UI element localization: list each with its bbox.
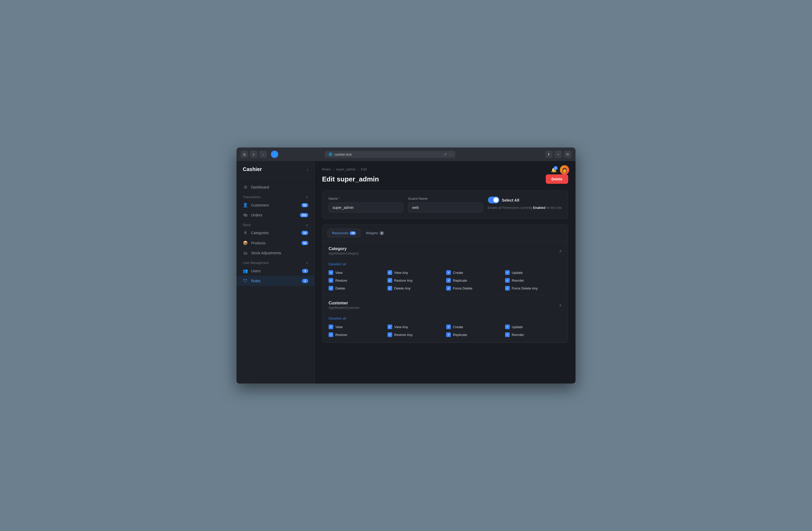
tab-widgets[interactable]: Widgets 2 (361, 229, 388, 237)
perm-checkbox-customer-reorder[interactable] (505, 332, 510, 337)
sidebar-item-users[interactable]: 👥 Users 3 (236, 266, 315, 276)
browser-dropdown-btn[interactable]: ∨ (250, 151, 257, 158)
perm-label-force-delete-any: Force Delete Any (512, 287, 538, 290)
perm-label-customer-reorder: Reorder (512, 333, 524, 337)
perm-label-customer-restore-any: Restore Any (394, 333, 413, 337)
widgets-tab-badge: 2 (379, 231, 384, 235)
perm-delete[interactable]: Delete (329, 286, 386, 291)
url-text: cashier.test (335, 152, 352, 156)
guard-input[interactable] (408, 202, 482, 212)
perm-customer-update[interactable]: Update (505, 324, 562, 329)
sidebar-item-products[interactable]: 📦 Products 50 (236, 238, 315, 248)
chevron-up-icon[interactable]: ∧ (306, 261, 308, 265)
perm-checkbox-reorder[interactable] (505, 278, 510, 283)
dashboard-icon: ⊙ (243, 185, 248, 190)
perm-customer-replicate[interactable]: Replicate (446, 332, 503, 337)
sidebar-item-roles[interactable]: 🛡 Roles 1 (236, 276, 315, 286)
chevron-up-icon[interactable]: ∧ (306, 223, 308, 227)
perm-checkbox-force-delete[interactable] (446, 286, 451, 291)
resource-header-customer[interactable]: Customer App\Models\Customer ∧ (322, 296, 568, 314)
nav-section-stock: Stock ∧ (236, 220, 315, 228)
name-input[interactable] (329, 202, 403, 212)
page-title: Edit super_admin (322, 175, 379, 183)
perm-customer-view-any[interactable]: View Any (388, 324, 444, 329)
perm-checkbox-view[interactable] (329, 270, 333, 275)
perm-checkbox-delete-any[interactable] (388, 286, 392, 291)
perm-reorder[interactable]: Reorder (505, 278, 562, 283)
resource-title-category: Category (329, 247, 359, 251)
categories-icon: # (243, 230, 248, 235)
guard-group: Guard Name (408, 197, 482, 212)
perm-label-customer-create: Create (453, 325, 463, 329)
stock-adj-icon: 🗂 (243, 251, 248, 255)
sidebar-item-categories[interactable]: # Categories 10 (236, 228, 315, 238)
perm-create[interactable]: Create (446, 270, 503, 275)
perm-label-customer-replicate: Replicate (453, 333, 467, 337)
perm-checkbox-customer-restore-any[interactable] (388, 332, 392, 337)
new-tab-btn[interactable]: + (555, 151, 562, 158)
notifications-btn[interactable]: 🔔 0 (551, 167, 557, 173)
perm-customer-view[interactable]: View (329, 324, 386, 329)
breadcrumb-edit: Edit (361, 167, 367, 171)
perm-delete-any[interactable]: Delete Any (388, 286, 444, 291)
resource-section-category: Category App\Models\Category ∧ Deselect … (322, 242, 568, 296)
perm-checkbox-create[interactable] (446, 270, 451, 275)
deselect-all-category[interactable]: Deselect all (329, 262, 562, 266)
perm-checkbox-force-delete-any[interactable] (505, 286, 510, 291)
products-icon: 📦 (243, 240, 248, 246)
breadcrumb-super-admin[interactable]: super_admin (336, 167, 356, 171)
perm-checkbox-delete[interactable] (329, 286, 333, 291)
sidebar-item-customers[interactable]: 👤 Customers 50 (236, 200, 315, 210)
perm-checkbox-customer-create[interactable] (446, 324, 451, 329)
perm-checkbox-restore[interactable] (329, 278, 333, 283)
perm-checkbox-view-any[interactable] (388, 270, 392, 275)
more-icon[interactable]: ··· (449, 152, 452, 156)
select-all-toggle[interactable] (488, 197, 499, 204)
perm-label-update: Update (512, 271, 523, 275)
perm-force-delete[interactable]: Force Delete (446, 286, 503, 291)
perm-checkbox-customer-update[interactable] (505, 324, 510, 329)
sidebar-toggle-btn[interactable]: ⊞ (241, 151, 248, 158)
resource-model-category: App\Models\Category (329, 252, 359, 255)
sidebar-item-label: Users (251, 269, 261, 273)
perm-restore[interactable]: Restore (329, 278, 386, 283)
sidebar-item-dashboard[interactable]: ⊙ Dashboard (236, 182, 315, 192)
sidebar-item-stock-adjustments[interactable]: 🗂 Stock Adjustments (236, 248, 315, 258)
breadcrumb-roles[interactable]: Roles (322, 167, 331, 171)
sidebar-collapse-btn[interactable]: ‹ (307, 167, 308, 171)
deselect-all-customer[interactable]: Deselect all (329, 317, 562, 320)
perm-update[interactable]: Update (505, 270, 562, 275)
perm-customer-restore-any[interactable]: Restore Any (388, 332, 444, 337)
perm-label-customer-restore: Restore (335, 333, 347, 337)
resource-header-category[interactable]: Category App\Models\Category ∧ (322, 242, 568, 260)
share-btn[interactable]: ⬆ (545, 151, 553, 158)
perm-restore-any[interactable]: Restore Any (388, 278, 444, 283)
perm-checkbox-customer-replicate[interactable] (446, 332, 451, 337)
perm-customer-create[interactable]: Create (446, 324, 503, 329)
perm-checkbox-customer-view-any[interactable] (388, 324, 392, 329)
chevron-up-icon[interactable]: ∧ (306, 195, 308, 199)
perm-checkbox-customer-restore[interactable] (329, 332, 333, 337)
sidebar-nav: ⊙ Dashboard Transactions ∧ 👤 Customers 5… (236, 178, 315, 383)
perm-label-restore-any: Restore Any (394, 279, 413, 282)
perm-customer-reorder[interactable]: Reorder (505, 332, 562, 337)
perm-replicate[interactable]: Replicate (446, 278, 503, 283)
refresh-icon[interactable]: ↺ (444, 152, 447, 156)
roles-icon: 🛡 (243, 279, 248, 283)
back-btn[interactable]: ‹ (259, 151, 267, 158)
user-avatar[interactable]: 👩 (560, 165, 569, 174)
products-badge: 50 (302, 241, 308, 245)
perm-checkbox-customer-view[interactable] (329, 324, 333, 329)
perm-view-any[interactable]: View Any (388, 270, 444, 275)
sidebar-item-label: Orders (251, 213, 262, 217)
windows-btn[interactable]: ⧉ (564, 151, 571, 158)
perm-customer-restore[interactable]: Restore (329, 332, 386, 337)
perm-force-delete-any[interactable]: Force Delete Any (505, 286, 562, 291)
perm-checkbox-restore-any[interactable] (388, 278, 392, 283)
perm-checkbox-replicate[interactable] (446, 278, 451, 283)
perm-checkbox-update[interactable] (505, 270, 510, 275)
address-bar[interactable]: 🌐 cashier.test ↺ ··· (325, 151, 455, 158)
sidebar-item-orders[interactable]: 🛍 Orders 252 (236, 210, 315, 220)
perm-view[interactable]: View (329, 270, 386, 275)
tab-resources[interactable]: Resources 78 (328, 229, 360, 237)
